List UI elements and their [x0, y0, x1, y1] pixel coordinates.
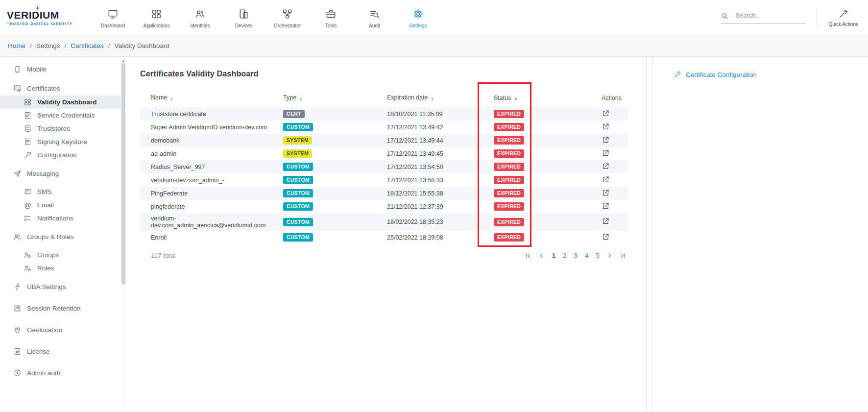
sidebar-item-configuration[interactable]: Configuration — [0, 148, 121, 162]
sidebar-item-mobile[interactable]: Mobile — [0, 62, 121, 76]
scrollbar-thumb[interactable] — [121, 63, 125, 285]
cert-name: Radius_Server_997 — [140, 162, 283, 172]
nav-item-settings[interactable]: Settings — [396, 6, 440, 28]
sidebar-item-license[interactable]: License — [0, 344, 121, 359]
page-number-4[interactable]: 4 — [585, 252, 589, 259]
breadcrumb-settings: Settings — [36, 42, 60, 49]
open-in-new-icon — [602, 162, 610, 170]
nav-item-tools[interactable]: Tools — [309, 6, 353, 28]
checklist-icon — [24, 214, 32, 222]
sidebar-item-uba-settings[interactable]: UBA Settings — [0, 279, 121, 294]
open-details-button[interactable] — [602, 202, 610, 211]
page-number-1[interactable]: 1 — [552, 252, 555, 259]
expiration-date: 18/02/2022 18:35:23 — [387, 218, 494, 225]
open-details-button[interactable] — [602, 109, 610, 118]
sidebar-item-session-retention[interactable]: Session Retention — [0, 301, 121, 315]
settings-sidebar: Mobile Certificates Validity Dashboard S… — [0, 57, 121, 412]
open-in-new-icon — [602, 136, 610, 144]
search-icon[interactable] — [721, 12, 728, 20]
open-details-button[interactable] — [602, 122, 610, 131]
open-details-button[interactable] — [602, 136, 610, 145]
sidebar-item-email[interactable]: @Email — [0, 198, 121, 212]
sidebar-item-truststores[interactable]: Truststores — [0, 122, 121, 135]
grid-icon — [24, 98, 32, 106]
quick-actions-button[interactable]: Quick Actions — [816, 8, 860, 27]
table-row: pingfederate CUSTOM 21/12/2021 12:37:39 … — [140, 200, 628, 213]
open-details-button[interactable] — [602, 162, 610, 171]
search-input[interactable] — [734, 11, 797, 20]
main-content: Certificates Validity Dashboard Name▲▼ T… — [126, 57, 647, 412]
first-page-icon[interactable] — [525, 253, 531, 259]
expiration-date: 18/10/2021 11:35:09 — [387, 111, 494, 118]
column-header-status[interactable]: Status▲ — [494, 95, 599, 101]
page-number-2[interactable]: 2 — [563, 252, 567, 259]
open-details-button[interactable] — [602, 149, 610, 158]
type-badge: SYSTEM — [283, 136, 312, 145]
top-navbar: VERIDIUM TRUSTED DIGITAL IDENTITY Dashbo… — [0, 0, 868, 35]
table-row: demobank SYSTEM 17/12/2021 13:49:44 EXPI… — [140, 134, 628, 147]
status-badge: EXPIRED — [494, 136, 524, 145]
page-number-3[interactable]: 3 — [574, 252, 578, 259]
column-header-name[interactable]: Name▲▼ — [140, 94, 283, 101]
save-icon — [13, 304, 22, 313]
breadcrumb-separator: / — [65, 42, 67, 49]
table-row: Enroll CUSTOM 25/02/2022 18:29:08 EXPIRE… — [140, 231, 628, 244]
sidebar-item-groups[interactable]: Groups — [0, 248, 121, 262]
shield-icon — [13, 369, 22, 377]
primary-nav: Dashboard Applications Identities Device… — [91, 6, 440, 28]
document-icon — [13, 347, 22, 356]
sidebar-item-groups-roles[interactable]: Groups & Roles — [0, 229, 121, 244]
open-in-new-icon — [602, 122, 610, 131]
expiration-date: 17/12/2021 13:49:42 — [387, 124, 494, 131]
scroll-up-icon[interactable]: ▲ — [122, 57, 125, 63]
column-header-type[interactable]: Type▲▼ — [283, 94, 387, 101]
sidebar-item-signing-keystore[interactable]: Signing Keystore — [0, 135, 121, 148]
sidebar-item-sms[interactable]: SMS — [0, 185, 121, 198]
toolbox-icon — [325, 8, 337, 20]
open-details-button[interactable] — [602, 217, 610, 226]
sidebar-item-notifications[interactable]: Notifications — [0, 212, 121, 225]
breadcrumb-separator: / — [108, 42, 110, 49]
nav-item-applications[interactable]: Applications — [135, 6, 178, 28]
sidebar-item-certificates[interactable]: Certificates — [0, 81, 121, 96]
nav-item-audit[interactable]: Audit — [353, 6, 396, 28]
column-header-actions: Actions — [599, 95, 628, 101]
nav-item-identities[interactable]: Identities — [178, 6, 222, 28]
map-pin-icon — [13, 326, 22, 334]
nav-item-devices[interactable]: Devices — [222, 6, 265, 28]
cert-name: Super Admin VeridiumID veridium-dev.com — [140, 122, 283, 133]
sidebar-item-validity-dashboard[interactable]: Validity Dashboard — [0, 96, 121, 109]
nav-item-dashboard[interactable]: Dashboard — [91, 6, 135, 28]
open-details-button[interactable] — [602, 233, 610, 242]
sidebar-item-roles[interactable]: Roles — [0, 262, 121, 275]
expiration-date: 18/12/2021 15:55:38 — [387, 190, 494, 197]
at-icon: @ — [24, 201, 32, 209]
wrench-icon — [24, 151, 32, 159]
sidebar-item-service-credentials[interactable]: Service Credentials — [0, 109, 121, 122]
brand-logo[interactable]: VERIDIUM TRUSTED DIGITAL IDENTITY — [7, 9, 89, 26]
table-row: ad-admin SYSTEM 17/12/2021 13:49:45 EXPI… — [140, 147, 628, 160]
sidebar-item-geolocation[interactable]: Geolocation — [0, 322, 121, 337]
next-page-icon[interactable] — [607, 253, 613, 259]
sidebar-item-admin-auth[interactable]: Admin auth — [0, 365, 121, 380]
page-number-5[interactable]: 5 — [596, 252, 600, 259]
nav-item-orchestrator[interactable]: Orchestrator — [265, 6, 309, 28]
certificate-configuration-link[interactable]: Certificate Configuration — [674, 71, 868, 78]
certificates-table: Name▲▼ Type▲▼ Expiration date▲▼ Status▲ … — [140, 91, 628, 244]
sidebar-item-messaging[interactable]: Messaging — [0, 166, 121, 181]
open-details-button[interactable] — [602, 189, 610, 197]
type-badge: CUSTOM — [283, 233, 313, 242]
last-page-icon[interactable] — [620, 253, 626, 259]
open-details-button[interactable] — [602, 175, 610, 184]
column-header-expiration-date[interactable]: Expiration date▲▼ — [387, 94, 494, 101]
type-badge: CUSTOM — [283, 176, 313, 184]
breadcrumb-certificates[interactable]: Certificates — [71, 42, 104, 49]
previous-page-icon[interactable] — [538, 253, 544, 259]
table-row: Super Admin VeridiumID veridium-dev.com … — [140, 121, 628, 134]
database-icon — [24, 124, 32, 133]
breadcrumb-separator: / — [30, 42, 32, 49]
cert-name: pingfederate — [140, 201, 283, 212]
breadcrumb-home[interactable]: Home — [8, 42, 25, 49]
sidebar-scrollbar[interactable]: ▲ — [121, 57, 126, 412]
gear-icon — [412, 8, 424, 20]
